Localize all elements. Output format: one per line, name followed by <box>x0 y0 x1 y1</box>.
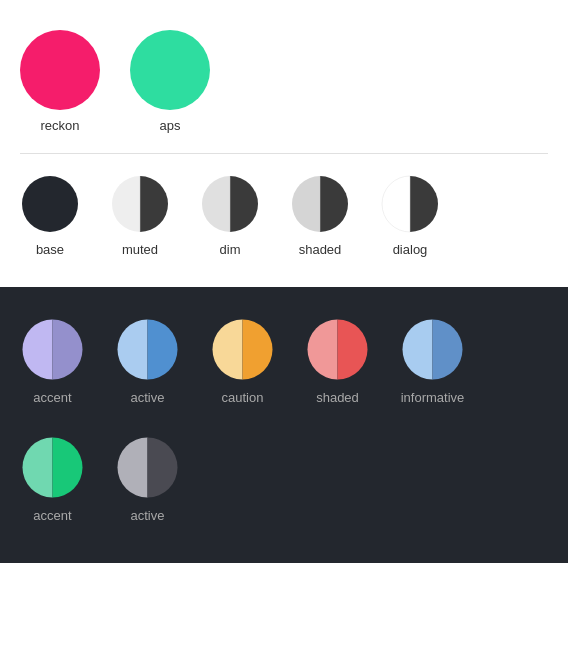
active-dark1-label: active <box>131 390 165 405</box>
top-row2: base muted <box>20 174 548 267</box>
dim-label: dim <box>220 242 241 257</box>
reckon-circle <box>20 30 100 110</box>
shaded-dark-circle <box>305 317 370 382</box>
informative-dark-label: informative <box>401 390 465 405</box>
color-item-reckon: reckon <box>20 30 100 133</box>
color-item-dialog: dialog <box>380 174 440 257</box>
muted-circle <box>110 174 170 234</box>
dim-circle <box>200 174 260 234</box>
shaded-top-label: shaded <box>299 242 342 257</box>
accent-dark2-label: accent <box>33 508 71 523</box>
color-item-accent-dark2: accent <box>20 435 85 523</box>
dark-row2: accent active <box>20 435 548 533</box>
aps-circle <box>130 30 210 110</box>
color-item-informative-dark: informative <box>400 317 465 405</box>
color-item-aps: aps <box>130 30 210 133</box>
color-item-base: base <box>20 174 80 257</box>
accent-dark1-circle <box>20 317 85 382</box>
color-item-dim: dim <box>200 174 260 257</box>
top-row1: reckon aps <box>20 30 548 143</box>
active-dark1-circle <box>115 317 180 382</box>
color-item-active-dark2: active <box>115 435 180 523</box>
accent-dark1-label: accent <box>33 390 71 405</box>
dialog-label: dialog <box>393 242 428 257</box>
shaded-dark-label: shaded <box>316 390 359 405</box>
active-dark2-circle <box>115 435 180 500</box>
active-dark2-label: active <box>131 508 165 523</box>
base-circle <box>20 174 80 234</box>
reckon-label: reckon <box>40 118 79 133</box>
caution-dark-circle <box>210 317 275 382</box>
top-section: reckon aps base <box>0 0 568 287</box>
dark-row1: accent active <box>20 317 548 415</box>
shaded-top-circle <box>290 174 350 234</box>
muted-label: muted <box>122 242 158 257</box>
base-label: base <box>36 242 64 257</box>
bottom-section: accent active <box>0 287 568 563</box>
color-item-shaded-dark: shaded <box>305 317 370 405</box>
color-item-accent-dark1: accent <box>20 317 85 405</box>
separator <box>20 153 548 154</box>
accent-dark2-circle <box>20 435 85 500</box>
color-item-caution-dark: caution <box>210 317 275 405</box>
color-item-active-dark1: active <box>115 317 180 405</box>
aps-label: aps <box>160 118 181 133</box>
caution-dark-label: caution <box>222 390 264 405</box>
dialog-circle <box>380 174 440 234</box>
color-item-muted: muted <box>110 174 170 257</box>
color-item-shaded-top: shaded <box>290 174 350 257</box>
informative-dark-circle <box>400 317 465 382</box>
